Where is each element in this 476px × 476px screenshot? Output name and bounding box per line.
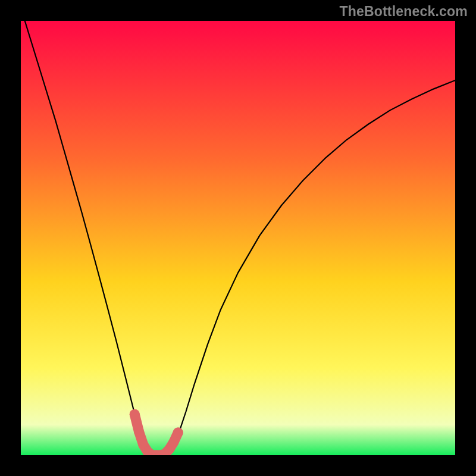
bottleneck-curve-chart bbox=[21, 21, 455, 455]
watermark-text: TheBottleneck.com bbox=[339, 4, 468, 20]
valley-marker bbox=[130, 409, 140, 419]
chart-frame: TheBottleneck.com bbox=[0, 0, 476, 476]
valley-marker bbox=[173, 428, 183, 438]
gradient-background bbox=[21, 21, 455, 455]
valley-marker bbox=[168, 437, 178, 447]
plot-area bbox=[21, 21, 455, 455]
valley-marker bbox=[134, 427, 144, 437]
